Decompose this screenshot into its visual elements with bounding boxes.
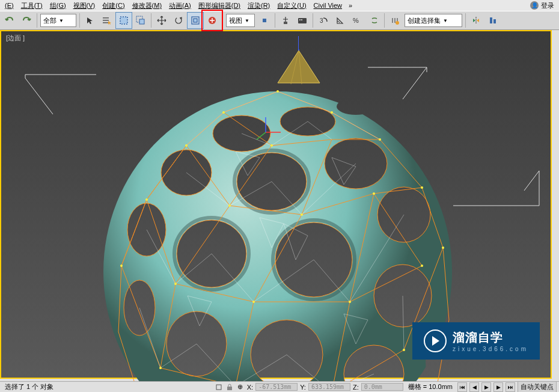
autokey-button[interactable]: 自动关键点: [518, 381, 557, 392]
svg-point-76: [403, 349, 405, 351]
rotate-icon: [173, 14, 185, 26]
svg-point-61: [379, 138, 381, 141]
select-by-name-button[interactable]: [99, 12, 115, 29]
window-crossing-button[interactable]: [132, 12, 149, 29]
percent-snap-button[interactable]: %: [349, 12, 365, 29]
grid-label: 栅格 = 10.0mm: [406, 382, 455, 391]
scale-icon: [189, 14, 201, 26]
selection-filter-dropdown[interactable]: 全部▼: [40, 14, 76, 27]
chevron-down-icon: ▼: [443, 18, 448, 23]
x-coord-value[interactable]: -67.513mm: [255, 383, 298, 391]
undo-button[interactable]: [1, 12, 18, 29]
svg-point-60: [185, 144, 188, 147]
manipulate-button[interactable]: [277, 12, 294, 29]
coord-display-icon[interactable]: ⊕: [236, 383, 245, 391]
menu-graph[interactable]: 图形编辑器(D): [195, 1, 244, 10]
svg-point-62: [270, 144, 273, 147]
svg-point-6: [176, 17, 182, 23]
angle-snap-icon: [334, 14, 346, 26]
rotate-button[interactable]: [170, 12, 187, 29]
z-coord-label: Z:: [353, 384, 359, 391]
viewport[interactable]: [边面 ]: [0, 30, 552, 379]
keyboard-shortcut-button[interactable]: [294, 12, 311, 29]
named-selection-dropdown[interactable]: 创建选择集▼: [405, 14, 462, 27]
svg-rect-5: [139, 19, 144, 24]
goto-start-button[interactable]: ⏮: [457, 382, 467, 392]
svg-point-71: [421, 265, 423, 267]
menu-view[interactable]: 视图(V): [70, 1, 99, 10]
z-coord-value[interactable]: 0.0mm: [361, 383, 403, 391]
play-icon: [424, 329, 447, 352]
scale-button[interactable]: [187, 12, 204, 29]
select-object-button[interactable]: [82, 12, 99, 29]
move-button[interactable]: [153, 12, 170, 29]
isolate-icon[interactable]: [215, 383, 223, 391]
create-set-label: 创建选择集: [408, 16, 441, 25]
redo-button[interactable]: [18, 12, 35, 29]
watermark-url: zixue.3d66.com: [453, 346, 528, 352]
coord-label: 视图: [229, 16, 242, 25]
statusbar: 选择了 1 个 对象 ⊕ X: -67.513mm Y: 633.159mm Z…: [0, 381, 559, 392]
ref-coord-dropdown[interactable]: 视图▼: [226, 14, 255, 27]
svg-rect-10: [263, 19, 266, 22]
svg-text:%: %: [353, 17, 359, 24]
svg-text:3: 3: [320, 17, 323, 24]
pivot-center-button[interactable]: [256, 12, 273, 29]
svg-rect-14: [301, 19, 302, 20]
svg-point-17: [396, 21, 399, 25]
svg-point-72: [120, 265, 123, 267]
menu-animation[interactable]: 动画(A): [165, 1, 195, 10]
svg-point-70: [349, 301, 351, 303]
watermark-badge: 溜溜自学 zixue.3d66.com: [412, 322, 540, 360]
play-button[interactable]: ▶: [481, 382, 491, 392]
menu-tools[interactable]: 工具(T): [17, 1, 46, 10]
svg-rect-19: [493, 19, 496, 23]
svg-rect-0: [103, 17, 109, 19]
lock-icon[interactable]: [225, 383, 234, 391]
mirror-button[interactable]: [468, 12, 484, 29]
main-toolbar: 全部▼ 视图▼ 3 % 创建选择集▼: [0, 11, 559, 30]
rectangle-select-button[interactable]: [115, 12, 132, 29]
menubar: (E) 工具(T) 组(G) 视图(V) 创建(C) 修改器(M) 动画(A) …: [0, 0, 559, 11]
snap-toggle-button[interactable]: 3: [315, 12, 332, 29]
menu-overflow[interactable]: »: [346, 2, 355, 9]
svg-point-64: [301, 213, 303, 216]
y-coord-value[interactable]: 633.159mm: [308, 383, 350, 391]
list-select-icon: [101, 14, 113, 26]
login-button[interactable]: 👤 登录: [525, 1, 559, 10]
svg-rect-1: [103, 20, 109, 21]
keyboard-icon: [296, 14, 308, 26]
menu-render[interactable]: 渲染(R): [244, 1, 273, 10]
menu-modifier[interactable]: 修改器(M): [129, 1, 166, 10]
align-icon: [487, 14, 499, 26]
placement-button[interactable]: [204, 12, 221, 29]
svg-point-69: [252, 301, 255, 303]
prev-frame-button[interactable]: ◀: [469, 382, 479, 392]
svg-rect-12: [298, 18, 307, 23]
marquee-icon: [118, 14, 130, 26]
next-frame-button[interactable]: ▶: [493, 382, 503, 392]
svg-point-77: [442, 247, 444, 249]
menu-edit[interactable]: (E): [1, 2, 17, 9]
menu-group[interactable]: 组(G): [46, 1, 70, 10]
menu-create[interactable]: 创建(C): [99, 1, 128, 10]
manipulate-icon: [280, 14, 292, 26]
named-selection-edit-button[interactable]: [386, 12, 403, 29]
sphere-mesh: [103, 79, 452, 392]
align-button[interactable]: [484, 12, 501, 29]
y-coord-label: Y:: [300, 384, 306, 391]
menu-civil[interactable]: Civil View: [310, 2, 346, 9]
svg-rect-18: [490, 17, 492, 23]
menu-custom[interactable]: 自定义(U): [273, 1, 310, 10]
chevron-down-icon: ▼: [245, 18, 249, 23]
goto-end-button[interactable]: ⏭: [506, 382, 515, 392]
x-coord-label: X:: [247, 384, 253, 391]
edit-set-icon: [389, 14, 401, 26]
svg-point-68: [174, 283, 177, 285]
light-bracket-left: [24, 73, 102, 115]
svg-rect-82: [227, 387, 232, 390]
selection-count-label: 选择了 1 个 对象: [2, 382, 56, 391]
filter-label: 全部: [43, 16, 57, 25]
angle-snap-button[interactable]: [332, 12, 349, 29]
spinner-snap-button[interactable]: [365, 12, 382, 29]
